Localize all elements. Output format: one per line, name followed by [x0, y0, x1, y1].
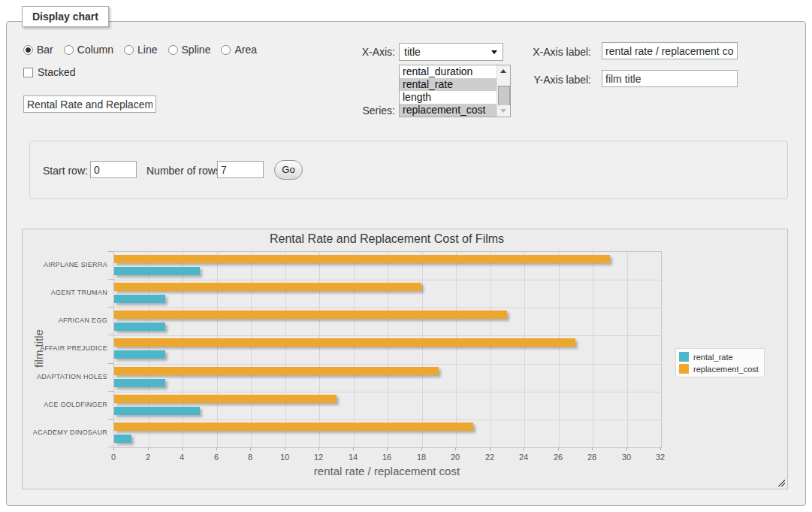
category-label: AFFAIR PREJUDICE — [23, 335, 107, 362]
x-tick-label: 22 — [478, 453, 501, 462]
legend-item-replacement_cost[interactable]: replacement_cost — [679, 364, 759, 374]
chart-type-label: Line — [137, 44, 157, 56]
dropdown-arrow-icon — [491, 50, 497, 54]
x-tick-label: 16 — [376, 453, 398, 462]
stacked-checkbox[interactable] — [23, 68, 33, 77]
y-tick-mark — [108, 419, 113, 420]
x-tick-mark — [626, 447, 627, 450]
num-rows-input[interactable] — [217, 161, 264, 178]
band-line — [114, 392, 661, 392]
x-tick-mark — [285, 447, 285, 450]
chart-type-label: Bar — [37, 44, 53, 56]
x-tick-label: 32 — [649, 453, 672, 462]
series-listbox[interactable]: rental_durationrental_ratelengthreplacem… — [399, 65, 511, 117]
bar-replacement_cost — [114, 338, 575, 347]
bar-rental_rate — [114, 323, 165, 331]
start-row-input[interactable] — [90, 161, 137, 178]
legend-label: rental_rate — [693, 353, 733, 362]
gridline — [354, 252, 355, 447]
display-chart-panel: Display chart BarColumnLineSplineArea St… — [6, 21, 806, 506]
legend-swatch-icon — [679, 352, 689, 362]
y-tick-mark — [108, 279, 113, 280]
legend-swatch-icon — [679, 364, 689, 374]
bar-rental_rate — [114, 379, 165, 387]
radio-icon[interactable] — [221, 45, 231, 55]
gridline — [524, 252, 525, 447]
stacked-label: Stacked — [38, 66, 76, 78]
chart-type-option-spline[interactable]: Spline — [168, 44, 211, 56]
gridline — [593, 252, 593, 447]
x-axis-selected-value: title — [404, 46, 421, 58]
x-tick-label: 0 — [102, 453, 125, 462]
gridline — [149, 252, 149, 447]
series-option-replacement_cost[interactable]: replacement_cost — [400, 104, 497, 117]
x-axis-label-label: X-Axis label: — [523, 46, 591, 58]
bar-replacement_cost — [114, 255, 610, 263]
chart-title-input[interactable] — [23, 95, 156, 113]
bar-rental_rate — [114, 350, 165, 359]
x-tick-mark — [660, 447, 661, 450]
x-tick-label: 8 — [239, 453, 261, 462]
x-tick-label: 30 — [615, 453, 638, 462]
category-label: ACE GOLDFINGER — [23, 391, 107, 419]
x-tick-mark — [490, 447, 491, 450]
x-tick-mark — [216, 447, 217, 450]
chart-x-axis-title: rental rate / replacement cost — [113, 465, 660, 477]
radio-icon[interactable] — [64, 45, 74, 55]
radio-icon[interactable] — [168, 45, 178, 55]
bar-replacement_cost — [114, 395, 337, 403]
radio-icon[interactable] — [124, 45, 134, 55]
chart-container: Rental Rate and Replacement Cost of Film… — [22, 229, 788, 489]
band-line — [114, 280, 661, 280]
y-axis-label-input[interactable] — [602, 70, 738, 87]
chart-type-label: Column — [77, 44, 113, 56]
chart-type-option-area[interactable]: Area — [221, 44, 257, 56]
series-option-rental_duration[interactable]: rental_duration — [400, 65, 497, 78]
x-tick-mark — [250, 447, 251, 450]
series-option-rental_rate[interactable]: rental_rate — [400, 78, 497, 91]
x-tick-mark — [592, 447, 593, 450]
gridline — [217, 252, 218, 447]
chart-type-option-column[interactable]: Column — [64, 44, 113, 56]
legend-item-rental_rate[interactable]: rental_rate — [679, 352, 759, 362]
x-tick-label: 12 — [307, 453, 330, 462]
x-tick-mark — [387, 447, 388, 450]
chart-type-radio-group: BarColumnLineSplineArea — [23, 44, 257, 56]
x-axis-select[interactable]: title — [399, 43, 503, 61]
gridline — [456, 252, 457, 447]
x-tick-label: 14 — [342, 453, 364, 462]
resize-handle-icon[interactable] — [777, 478, 785, 486]
gridline — [319, 252, 320, 447]
series-option-length[interactable]: length — [400, 91, 497, 104]
series-listbox-label: Series: — [343, 105, 395, 117]
chart-type-option-bar[interactable]: Bar — [23, 44, 53, 56]
scrollbar-thumb[interactable] — [498, 86, 510, 106]
x-tick-mark — [318, 447, 319, 450]
go-button[interactable]: Go — [274, 160, 303, 180]
bar-replacement_cost — [114, 283, 421, 291]
bar-replacement_cost — [114, 311, 507, 319]
x-tick-mark — [558, 447, 559, 450]
gridline — [183, 252, 183, 447]
gridline — [627, 252, 628, 447]
band-line — [114, 420, 661, 420]
bar-rental_rate — [114, 407, 200, 415]
x-tick-label: 4 — [171, 453, 193, 462]
gridline — [422, 252, 423, 447]
scroll-up-icon[interactable] — [497, 65, 510, 77]
stacked-option[interactable]: Stacked — [23, 66, 76, 78]
chart-type-option-line[interactable]: Line — [124, 44, 157, 56]
y-tick-mark — [108, 335, 113, 335]
listbox-scrollbar[interactable] — [497, 65, 510, 117]
row-range-panel: Start row: Number of rows: Go — [29, 141, 788, 199]
x-tick-label: 24 — [512, 453, 535, 462]
category-label: ADAPTATION HOLES — [23, 363, 107, 391]
radio-icon[interactable] — [23, 45, 33, 55]
legend-label: replacement_cost — [693, 365, 759, 374]
x-tick-mark — [148, 447, 149, 450]
scroll-down-icon[interactable] — [497, 105, 510, 117]
x-tick-label: 2 — [137, 453, 159, 462]
x-tick-label: 18 — [410, 453, 433, 462]
x-axis-label-input[interactable] — [602, 42, 738, 59]
y-tick-mark — [108, 391, 113, 392]
